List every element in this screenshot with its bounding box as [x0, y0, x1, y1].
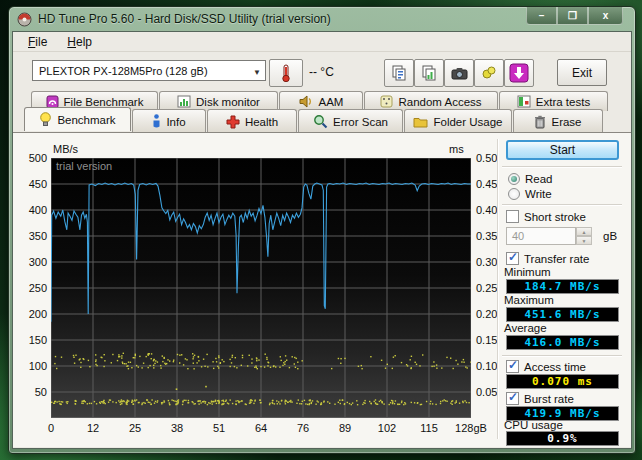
- tab-random-access[interactable]: Random Access: [364, 91, 498, 111]
- desktop-wallpaper: HD Tune Pro 5.60 - Hard Disk/SSD Utility…: [0, 0, 642, 460]
- right-axis-tick: 0.20: [476, 308, 506, 320]
- minimize-button[interactable]: –: [526, 7, 557, 25]
- extra-tests-icon: [517, 95, 531, 108]
- right-axis-tick: 0.45: [476, 178, 506, 190]
- transfer-rate-checkbox[interactable]: Transfer rate: [506, 252, 589, 265]
- read-radio[interactable]: Read: [508, 173, 553, 185]
- tab-folder-usage[interactable]: Folder Usage: [404, 109, 512, 133]
- left-axis-tick: 150: [15, 334, 47, 346]
- cpu-usage-label: CPU usage: [504, 419, 563, 431]
- short-stroke-unit: gB: [603, 230, 617, 242]
- tab-label: Info: [166, 116, 185, 128]
- tab-aam[interactable]: AAM: [279, 91, 363, 111]
- x-axis-tick: 38: [161, 422, 193, 434]
- copy-image-button[interactable]: [414, 59, 444, 87]
- spin-down-icon[interactable]: ▼: [576, 236, 592, 245]
- exit-button[interactable]: Exit: [557, 59, 607, 86]
- health-cross-icon: [226, 115, 240, 129]
- right-axis-tick: 0.50: [476, 152, 506, 164]
- window-title: HD Tune Pro 5.60 - Hard Disk/SSD Utility…: [38, 12, 331, 26]
- right-axis-tick: 0.05: [476, 386, 506, 398]
- left-axis-tick: 300: [15, 256, 47, 268]
- screenshot-button[interactable]: [444, 59, 474, 87]
- trash-icon: [534, 115, 546, 129]
- client-area: File Help PLEXTOR PX-128M5Pro (128 gB) ▼…: [12, 31, 632, 449]
- short-stroke-input[interactable]: 40: [506, 227, 576, 245]
- download-arrow-icon: [509, 63, 529, 83]
- drive-select-dropdown[interactable]: PLEXTOR PX-128M5Pro (128 gB) ▼: [32, 60, 266, 81]
- tab-label: Extra tests: [536, 96, 590, 108]
- toolbar: PLEXTOR PX-128M5Pro (128 gB) ▼ -- °C: [13, 52, 631, 90]
- average-label: Average: [504, 322, 547, 334]
- benchmark-page: MB/s ms trial version 500450400350300250…: [13, 132, 631, 447]
- menu-help[interactable]: Help: [60, 34, 99, 50]
- short-stroke-stepper[interactable]: ▲▼: [576, 227, 592, 245]
- x-axis-tick: 0: [35, 422, 67, 434]
- tab-info[interactable]: Info: [132, 109, 206, 133]
- right-axis-tick: 0.25: [476, 282, 506, 294]
- radio-icon[interactable]: [508, 188, 520, 200]
- write-radio[interactable]: Write: [508, 188, 552, 200]
- tab-benchmark[interactable]: Benchmark: [24, 107, 131, 131]
- tab-strip: File BenchmarkDisk monitorAAMRandom Acce…: [13, 90, 631, 133]
- x-axis-tick: 51: [203, 422, 235, 434]
- tab-health[interactable]: Health: [207, 109, 297, 133]
- tab-erase[interactable]: Erase: [513, 109, 603, 133]
- left-axis-tick: 50: [15, 386, 47, 398]
- left-axis-tick: 100: [15, 360, 47, 372]
- write-label: Write: [525, 188, 552, 200]
- tab-error-scan[interactable]: Error Scan: [298, 109, 403, 133]
- spin-up-icon[interactable]: ▲: [576, 227, 592, 236]
- chevron-down-icon: ▼: [253, 68, 261, 77]
- maximum-value: 451.6 MB/s: [506, 307, 619, 322]
- tab-extra-tests[interactable]: Extra tests: [499, 91, 608, 111]
- tab-label: File Benchmark: [64, 96, 144, 108]
- download-button[interactable]: [504, 59, 534, 87]
- info-icon: [152, 114, 161, 129]
- maximize-button[interactable]: ❐: [557, 7, 588, 25]
- checkbox-icon[interactable]: [506, 360, 519, 373]
- x-axis-tick: 12: [77, 422, 109, 434]
- right-axis-tick: 0.15: [476, 334, 506, 346]
- menu-bar: File Help: [13, 32, 631, 52]
- folder-icon: [413, 116, 428, 128]
- left-axis-tick: 500: [15, 152, 47, 164]
- tab-label: AAM: [319, 96, 344, 108]
- radio-icon[interactable]: [508, 173, 520, 185]
- right-axis-tick: 0.35: [476, 230, 506, 242]
- left-axis-tick: 200: [15, 308, 47, 320]
- burst-rate-checkbox[interactable]: Burst rate: [506, 392, 574, 405]
- title-bar[interactable]: HD Tune Pro 5.60 - Hard Disk/SSD Utility…: [9, 7, 635, 31]
- camera-icon: [451, 67, 468, 80]
- separator: [502, 166, 622, 168]
- speaker-icon: [299, 95, 314, 108]
- checkbox-icon[interactable]: [506, 392, 519, 405]
- checkbox-icon[interactable]: [506, 210, 519, 223]
- benchmark-chart: trial version: [51, 158, 471, 418]
- x-axis-tick: 115: [413, 422, 445, 434]
- menu-file[interactable]: File: [21, 34, 54, 50]
- start-button[interactable]: Start: [506, 140, 619, 160]
- separator: [502, 355, 622, 357]
- options-button[interactable]: [474, 59, 504, 87]
- read-label: Read: [525, 173, 553, 185]
- x-axis-tick: 102: [371, 422, 403, 434]
- right-axis-unit: ms: [449, 143, 464, 155]
- temperature-button[interactable]: [269, 59, 303, 87]
- short-stroke-label: Short stroke: [524, 211, 586, 223]
- checkbox-icon[interactable]: [506, 252, 519, 265]
- left-axis-tick: 350: [15, 230, 47, 242]
- tab-label: Random Access: [398, 96, 481, 108]
- tab-label: Folder Usage: [433, 116, 502, 128]
- x-axis-tick: 89: [329, 422, 361, 434]
- access-time-checkbox[interactable]: Access time: [506, 360, 586, 373]
- tab-label: Error Scan: [333, 116, 388, 128]
- short-stroke-checkbox[interactable]: Short stroke: [506, 210, 586, 223]
- minimum-value: 184.7 MB/s: [506, 279, 619, 294]
- x-axis-tick: 25: [119, 422, 151, 434]
- close-button[interactable]: x: [588, 7, 623, 25]
- cpu-usage-value: 0.9%: [506, 431, 619, 446]
- x-axis-tick: 76: [287, 422, 319, 434]
- copy-text-button[interactable]: [384, 59, 414, 87]
- tab-disk-monitor[interactable]: Disk monitor: [159, 91, 278, 111]
